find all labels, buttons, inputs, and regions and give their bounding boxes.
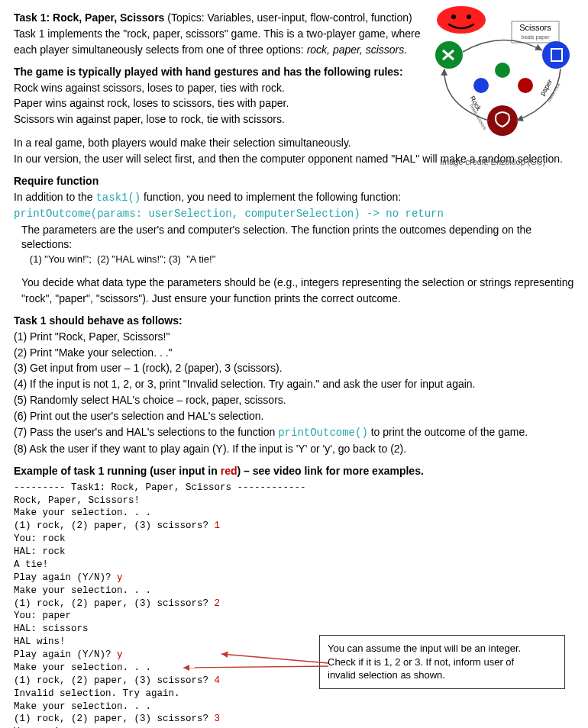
run-l08: Make your selection. . . [14,585,151,596]
diagram-caption: Image credit: Enzoklop (CC) [405,156,580,168]
run-l13: Play again (Y/N)? [14,649,117,660]
step-5: (5) Randomly select HAL's choice – rock,… [14,393,574,407]
intro-l2a: each player simultaneously selects from … [14,43,307,56]
run-i09: 2 [215,598,221,609]
svg-point-2 [467,14,471,19]
run-i13: y [117,649,123,660]
svg-point-3 [495,63,510,78]
example-head-a: Example of task 1 running (user input in [14,465,221,477]
step-1: (1) Print "Rock, Paper, Scissors!" [14,330,574,344]
run-l01: Rock, Paper, Scissors! [14,495,140,506]
example-head-b: ) – see video link for more examples. [237,465,424,477]
rps-diagram: Scissors beats paper Rock b [405,6,580,168]
callout-box: You can assume the input will be an inte… [319,635,565,689]
step-7a: (7) Pass the user's and HAL's selections… [14,426,278,438]
run-l04: You: rock [14,533,66,544]
run-l00: --------- Task1: Rock, Paper, Scissors -… [14,482,306,493]
run-l15: (1) rock, (2) paper, (3) scissors? [14,675,215,686]
reqfn-head: Require function [14,174,574,188]
code-task1: task1() [95,192,141,204]
example-head-red: red [221,465,237,477]
reqfn-l1b: function, you need to implement the foll… [141,191,401,203]
callout-l1: You can assume the input will be an inte… [328,642,557,656]
diagram-scissors-label: Scissors [519,23,551,32]
reqfn-l4: You decide what data type the parameters… [14,275,574,290]
run-l11: HAL: scissors [14,623,89,634]
step-3: (3) Get input from user – 1 (rock), 2 (p… [14,361,574,375]
run-i15: 4 [215,675,221,686]
run-l17: Make your selection. . . [14,701,151,712]
step-2: (2) Print "Make your selection. . ." [14,346,574,360]
svg-point-5 [473,78,489,93]
run-l12: HAL wins! [14,636,66,647]
callout-l3: invalid selection as shown. [328,668,557,682]
behave-head: Task 1 should behave as follows: [14,314,574,328]
reqfn-l1a: In addition to the [14,191,95,203]
reqfn-l2: The parameters are the user's and comput… [14,223,574,252]
title-bold: Task 1: Rock, Paper, Scissors [14,11,167,24]
run-i18: 3 [215,714,221,724]
intro-l2-em: rock, paper, scissors. [307,43,408,56]
svg-point-1 [451,14,456,19]
rps-svg: Scissors beats paper Rock b [405,6,580,151]
page-root: Scissors beats paper Rock b [0,0,588,728]
step-6: (6) Print out the user's selection and H… [14,409,574,424]
step-7: (7) Pass the user's and HAL's selections… [14,425,574,440]
run-i03: 1 [215,520,221,531]
smiley-icon [437,6,486,34]
run-l02: Make your selection. . . [14,507,151,518]
code-printoutcome: printOutcome() [278,427,368,439]
svg-point-0 [437,6,486,34]
step-8: (8) Ask the user if they want to play ag… [14,442,574,456]
step-7b: to print the outcome of the game. [368,426,528,438]
run-l10: You: paper [14,610,71,621]
run-l14: Make your selection. . . [14,662,151,673]
title-topics: (Topics: Variables, user-input, flow-con… [167,11,412,24]
step-4: (4) If the input is not 1, 2, or 3, prin… [14,377,574,391]
run-l05: HAL: rock [14,546,66,557]
reqfn-l1: In addition to the task1() function, you… [14,190,574,205]
run-l03: (1) rock, (2) paper, (3) scissors? [14,520,215,531]
example-head: Example of task 1 running (user input in… [14,464,574,478]
run-l06: A tie! [14,559,48,570]
rock-node [487,105,518,136]
svg-point-4 [518,78,533,93]
paper-node [542,41,570,69]
callout-l2: Check if it is 1, 2 or 3. If not, inform… [328,656,557,669]
example-run: --------- Task1: Rock, Paper, Scissors -… [14,482,574,728]
run-l07: Play again (Y/N)? [14,572,117,583]
run-l16: Invalid selection. Try again. [14,688,180,699]
reqfn-l3: (1) "You win!"; (2) "HAL wins!"; (3) "A … [14,253,574,266]
diagram-beats-paper: beats paper [522,34,551,40]
run-l18: (1) rock, (2) paper, (3) scissors? [14,714,215,724]
reqfn-l5: "rock", "paper", "scissors"). Just ensur… [14,292,574,306]
reqfn-sig: printOutcome(params: userSelection, comp… [14,207,574,221]
run-l09: (1) rock, (2) paper, (3) scissors? [14,598,215,609]
run-i07: y [117,572,123,583]
